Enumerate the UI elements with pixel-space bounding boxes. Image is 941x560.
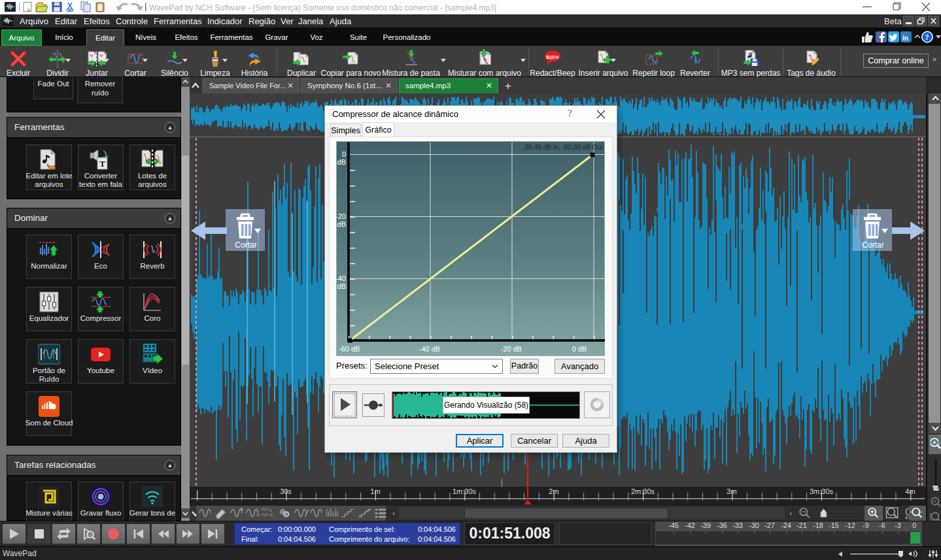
svg-text:dB: dB — [337, 282, 346, 290]
svg-text:R: R — [256, 514, 260, 518]
svg-text:4m: 4m — [905, 487, 915, 495]
svg-text:-3: -3 — [895, 521, 901, 529]
svg-text:-12: -12 — [845, 521, 855, 529]
svg-text:-45: -45 — [668, 521, 679, 529]
svg-text:-20: -20 — [335, 212, 346, 220]
svg-text:Cortar: Cortar — [235, 240, 256, 250]
svg-text:Cortar: Cortar — [862, 240, 883, 250]
svg-text:-40 dB: -40 dB — [419, 345, 440, 353]
svg-text:0: 0 — [342, 150, 346, 158]
svg-text:-60 dB: -60 dB — [339, 345, 360, 353]
svg-text:3m: 3m — [727, 487, 736, 495]
svg-text:L: L — [256, 508, 259, 512]
svg-text:-36: -36 — [717, 521, 727, 529]
svg-text:-6: -6 — [879, 521, 885, 529]
svg-text:-21: -21 — [796, 521, 807, 529]
svg-text:-20 dB: -20 dB — [501, 345, 522, 353]
svg-text:-27: -27 — [764, 521, 775, 529]
svg-text:R: R — [285, 512, 288, 517]
svg-text:dB: dB — [337, 158, 346, 166]
svg-text:in: in — [902, 35, 908, 42]
svg-text:-33: -33 — [732, 521, 743, 529]
svg-text:-15: -15 — [829, 521, 839, 529]
svg-text:L: L — [270, 508, 273, 512]
svg-text:0 dB: 0 dB — [572, 345, 587, 353]
svg-text:-24: -24 — [781, 521, 791, 529]
svg-text:T: T — [99, 159, 105, 169]
svg-text:-35.48 dB In, -50.03 dB Out: -35.48 dB In, -50.03 dB Out — [523, 144, 604, 151]
svg-text:0: 0 — [912, 521, 916, 529]
svg-text:dB: dB — [337, 220, 346, 228]
svg-text:$@!#: $@!# — [546, 54, 559, 60]
svg-text:-42: -42 — [685, 521, 695, 529]
svg-text:-18: -18 — [813, 521, 823, 529]
svg-text:-39: -39 — [700, 521, 711, 529]
svg-text:?: ? — [925, 33, 929, 42]
svg-text:30s: 30s — [280, 487, 292, 495]
svg-text:-9: -9 — [863, 521, 869, 529]
svg-text:-30: -30 — [749, 521, 759, 529]
svg-text:-40: -40 — [335, 274, 346, 282]
svg-text:R: R — [270, 514, 273, 518]
